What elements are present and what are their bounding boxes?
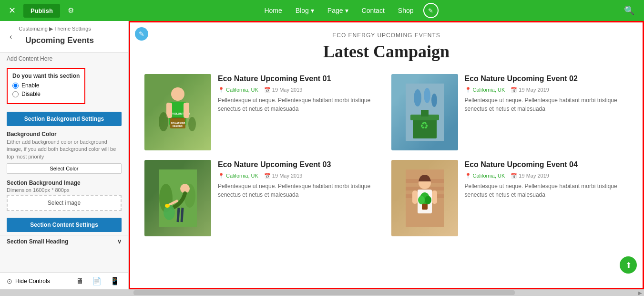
- event-date-3: 📅 19 May 2019: [264, 173, 303, 179]
- calendar-icon-1: 📅: [264, 87, 271, 93]
- main-area: ‹ Customizing ▶ Theme Settings Upcoming …: [0, 21, 644, 289]
- svg-rect-6: [166, 103, 172, 118]
- location-pin-icon-1: 📍: [218, 87, 225, 93]
- section-enable-title: Do you want this section: [12, 73, 80, 79]
- event-date-text-4: 19 May 2019: [519, 173, 549, 179]
- mobile-icon[interactable]: 📱: [108, 275, 122, 286]
- nav-publish-button[interactable]: Publish: [23, 4, 60, 18]
- svg-point-12: [414, 89, 421, 106]
- scroll-right-arrow[interactable]: ▶: [638, 290, 642, 296]
- event-desc-3: Pellentesque ut neque. Pellentesque habi…: [218, 182, 382, 199]
- svg-rect-35: [412, 190, 418, 204]
- svg-point-10: [188, 117, 196, 131]
- nav-search-button[interactable]: 🔍: [619, 3, 639, 18]
- event-date-2: 📅 19 May 2019: [511, 87, 549, 93]
- event-title-2: Eco Nature Upcoming Event 02: [465, 74, 629, 84]
- svg-point-13: [424, 88, 430, 103]
- enable-radio[interactable]: [12, 83, 19, 89]
- event-location-4: 📍 California, UK: [465, 173, 505, 179]
- svg-rect-36: [432, 190, 437, 204]
- location-pin-icon-2: 📍: [465, 87, 471, 93]
- event-title-4: Eco Nature Upcoming Event 04: [465, 160, 629, 170]
- location-pin-icon-4: 📍: [465, 173, 471, 179]
- svg-point-40: [425, 196, 431, 204]
- section-main-title: Latest Campaign: [149, 42, 624, 62]
- nav-home[interactable]: Home: [258, 3, 287, 18]
- event-location-2: 📍 California, UK: [465, 87, 505, 93]
- section-enable-group: Do you want this section Enable Disable: [7, 68, 85, 104]
- preview-area: ✎ Eco Energy Upcoming Events Latest Camp…: [129, 21, 644, 289]
- desktop-icon[interactable]: 🖥: [74, 276, 85, 286]
- scroll-to-top-button[interactable]: ⬆: [620, 256, 637, 274]
- section-small-heading-arrow: ∨: [117, 238, 122, 245]
- svg-line-26: [182, 208, 183, 222]
- nav-blog[interactable]: Blog ▾: [290, 3, 320, 18]
- event-location-text-2: California, UK: [473, 87, 505, 93]
- event-info-3: Eco Nature Upcoming Event 03 📍 Californi…: [218, 160, 382, 199]
- svg-point-14: [431, 94, 437, 107]
- calendar-icon-3: 📅: [264, 173, 271, 179]
- event-date-4: 📅 19 May 2019: [511, 173, 549, 179]
- event-date-text-1: 19 May 2019: [272, 87, 303, 93]
- event-card-4: Eco Nature Upcoming Event 04 📍 Californi…: [391, 160, 629, 236]
- bottom-scrollbar[interactable]: ▶: [0, 289, 644, 296]
- breadcrumb-theme-settings[interactable]: Theme Settings: [54, 26, 91, 32]
- events-grid: VOLUNTEER DONATIONS NEEDED: [130, 66, 643, 248]
- event-date-text-2: 19 May 2019: [519, 87, 549, 93]
- event-meta-1: 📍 California, UK 📅 19 May 2019: [218, 87, 382, 93]
- event-title-1: Eco Nature Upcoming Event 01: [218, 74, 382, 84]
- svg-point-24: [164, 205, 175, 220]
- svg-point-0: [171, 87, 184, 101]
- event-info-4: Eco Nature Upcoming Event 04 📍 Californi…: [465, 160, 629, 199]
- sidebar-header: ‹ Customizing ▶ Theme Settings Upcoming …: [0, 21, 128, 53]
- nav-gear-button[interactable]: ⚙: [64, 4, 78, 17]
- tablet-icon[interactable]: 📄: [90, 275, 103, 286]
- calendar-icon-4: 📅: [511, 173, 517, 179]
- nav-edit-circle[interactable]: ✎: [423, 3, 439, 18]
- select-color-button[interactable]: Select Color: [7, 163, 122, 174]
- svg-point-25: [165, 204, 170, 208]
- disable-label: Disable: [21, 91, 41, 97]
- sidebar-title: Upcoming Events: [19, 32, 101, 47]
- event-location-3: 📍 California, UK: [218, 173, 258, 179]
- hide-controls-toggle[interactable]: ⊙ Hide Controls: [7, 277, 69, 285]
- breadcrumb-separator: ▶: [49, 26, 54, 32]
- svg-point-9: [159, 112, 168, 131]
- nav-shop[interactable]: Shop: [392, 3, 419, 18]
- nav-page[interactable]: Page ▾: [322, 3, 354, 18]
- svg-text:NEEDED: NEEDED: [173, 125, 183, 127]
- disable-radio[interactable]: [12, 91, 19, 97]
- add-content-label: Add Content Here: [0, 53, 128, 65]
- event-desc-1: Pellentesque ut neque. Pellentesque habi…: [218, 96, 382, 113]
- enable-label: Enable: [21, 82, 39, 89]
- section-header: Eco Energy Upcoming Events Latest Campai…: [130, 22, 643, 66]
- select-image-button[interactable]: Select image: [7, 195, 122, 211]
- event-image-2: ♻: [391, 74, 458, 150]
- event-image-1: VOLUNTEER DONATIONS NEEDED: [144, 74, 211, 150]
- disable-option[interactable]: Disable: [12, 91, 80, 97]
- event-location-1: 📍 California, UK: [218, 87, 258, 93]
- section-bg-settings-button[interactable]: Section Background Settings: [7, 112, 122, 126]
- sidebar-back-button[interactable]: ‹: [7, 32, 15, 42]
- hide-controls-label: Hide Controls: [15, 278, 50, 285]
- nav-contact[interactable]: Contact: [356, 3, 390, 18]
- event-info-2: Eco Nature Upcoming Event 02 📍 Californi…: [465, 74, 629, 113]
- breadcrumb-customizing[interactable]: Customizing: [19, 26, 48, 32]
- section-small-heading[interactable]: Section Small Heading ∨: [0, 235, 128, 248]
- event-card-2: ♻ Eco Nature Upcoming Event 02 📍 Califor…: [391, 74, 629, 150]
- bg-image-title: Section Background Image: [0, 178, 128, 187]
- event-image-4: [391, 160, 458, 236]
- edit-pencil-button[interactable]: ✎: [135, 27, 148, 41]
- nav-close-button[interactable]: ✕: [5, 3, 20, 18]
- enable-option[interactable]: Enable: [12, 82, 80, 89]
- breadcrumb: Customizing ▶ Theme Settings: [19, 26, 101, 32]
- bg-image-dimension: Dimension 1600px * 800px: [0, 187, 128, 195]
- sidebar-bottom: ⊙ Hide Controls 🖥 📄 📱: [0, 272, 128, 289]
- event-meta-3: 📍 California, UK 📅 19 May 2019: [218, 173, 382, 179]
- bg-color-title: Background Color: [0, 129, 128, 138]
- event-location-text-4: California, UK: [473, 173, 505, 179]
- svg-rect-17: [421, 110, 429, 116]
- event-meta-4: 📍 California, UK 📅 19 May 2019: [465, 173, 629, 179]
- svg-line-27: [178, 208, 179, 222]
- section-content-settings-button[interactable]: Section Content Settings: [7, 218, 122, 232]
